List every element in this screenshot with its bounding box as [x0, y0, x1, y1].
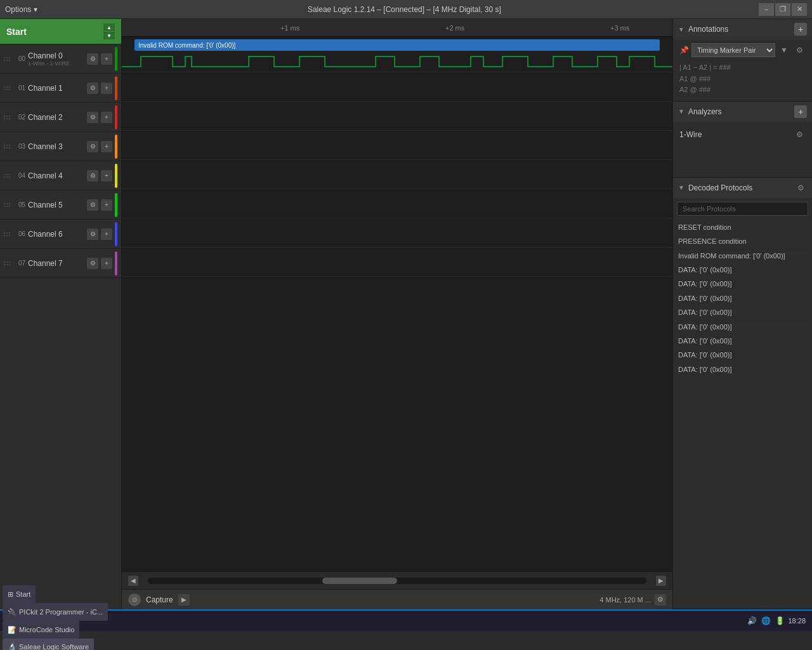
- protocol-item-5[interactable]: DATA: ['0' (0x00)]: [678, 292, 807, 306]
- protocol-item-4[interactable]: DATA: ['0' (0x00)]: [678, 277, 807, 291]
- channel-gear-0[interactable]: ⚙: [87, 53, 98, 65]
- taskbar-label-3: Saleae Logic Software: [19, 643, 89, 650]
- taskbar-right: 🔊 🌐 🔋 18:28: [746, 615, 809, 627]
- protocol-item-2[interactable]: Invalid ROM command: ['0' (0x00)]: [678, 249, 807, 263]
- scrollbar-thumb[interactable]: [322, 578, 397, 584]
- protocol-item-3[interactable]: DATA: ['0' (0x00)]: [678, 263, 807, 277]
- capture-gear-button[interactable]: ⚙: [655, 594, 666, 606]
- channel-color-0: [115, 47, 117, 71]
- channel-plus-2[interactable]: +: [101, 112, 112, 123]
- decoded-protocols-gear[interactable]: ⚙: [794, 182, 807, 194]
- start-button-row[interactable]: Start ▲ ▼: [0, 19, 121, 44]
- analyzers-collapse[interactable]: ▼: [678, 108, 684, 115]
- channel-row-4: 04Channel 4⚙+: [0, 161, 121, 190]
- taskbar-label-0: Start: [16, 590, 30, 598]
- close-button[interactable]: ✕: [792, 3, 807, 16]
- time-ruler: +1 ms +2 ms +3 ms: [122, 19, 672, 37]
- channel-plus-4[interactable]: +: [101, 170, 112, 182]
- scroll-left-button[interactable]: ◀: [128, 576, 138, 586]
- time-mark-1: +1 ms: [280, 24, 299, 32]
- protocol-item-0[interactable]: RESET condition: [678, 221, 807, 235]
- channel-num-1: 01: [14, 84, 25, 91]
- timing-marker-settings[interactable]: ⚙: [793, 44, 806, 56]
- channel-color-6: [115, 222, 117, 246]
- taskbar-items: ⊞Start🔌PICkit 2 Programmer - iC...📝Micro…: [3, 585, 108, 650]
- protocol-list: RESET conditionPRESENCE conditionInvalid…: [673, 220, 812, 609]
- channel-plus-6[interactable]: +: [101, 229, 112, 240]
- channel0-signal: [122, 54, 672, 72]
- channel-num-4: 04: [14, 172, 25, 179]
- window-controls: − ❐ ✕: [759, 3, 807, 16]
- channel-name-7: Channel 7: [28, 259, 63, 268]
- taskbar-item-3[interactable]: 🔬Saleae Logic Software: [3, 639, 94, 650]
- protocol-item-7[interactable]: DATA: ['0' (0x00)]: [678, 321, 807, 335]
- channel-color-3: [115, 135, 117, 159]
- channel-plus-5[interactable]: +: [101, 199, 112, 211]
- protocol-item-10[interactable]: DATA: ['0' (0x00)]: [678, 363, 807, 377]
- channel-plus-1[interactable]: +: [101, 83, 112, 94]
- channel-gear-5[interactable]: ⚙: [87, 199, 98, 211]
- waveform-row-7: [122, 248, 672, 277]
- bottom-scrollbar: ◀ ▶: [122, 571, 672, 589]
- taskbar-item-0[interactable]: ⊞Start: [3, 585, 36, 603]
- channel-num-3: 03: [14, 143, 25, 150]
- minimize-button[interactable]: −: [759, 3, 774, 16]
- maximize-button[interactable]: ❐: [775, 3, 790, 16]
- up-arrow-button[interactable]: ▲: [103, 23, 115, 31]
- scroll-right-button[interactable]: ▶: [656, 576, 666, 586]
- annotations-collapse[interactable]: ▼: [678, 26, 684, 33]
- start-button-arrows: ▲ ▼: [103, 23, 115, 39]
- left-panel: Start ▲ ▼ 00Channel 01-Wire - 1-WIRE⚙+01…: [0, 19, 122, 609]
- channel-plus-7[interactable]: +: [101, 258, 112, 269]
- waveform-row-6: [122, 218, 672, 248]
- scrollbar-track[interactable]: [148, 578, 646, 584]
- channel-sub-0: 1-Wire - 1-WIRE: [28, 60, 84, 67]
- waveform-row-0: Invalid ROM command: ['0' (0x00)]: [122, 37, 672, 72]
- main-container: Start ▲ ▼ 00Channel 01-Wire - 1-WIRE⚙+01…: [0, 19, 812, 609]
- options-menu[interactable]: Options ▾: [5, 5, 37, 14]
- channel-gear-1[interactable]: ⚙: [87, 83, 98, 94]
- taskbar-label-2: MicroCode Studio: [19, 626, 74, 633]
- search-protocols-input[interactable]: [677, 202, 808, 216]
- decoded-protocols-collapse[interactable]: ▼: [678, 184, 684, 191]
- channel-gear-2[interactable]: ⚙: [87, 112, 98, 123]
- channel-gear-3[interactable]: ⚙: [87, 141, 98, 152]
- annotations-add-button[interactable]: +: [794, 23, 807, 36]
- timing-marker-gear[interactable]: ▼: [778, 44, 790, 56]
- time-mark-3: +3 ms: [610, 24, 629, 32]
- taskbar: ⊞Start🔌PICkit 2 Programmer - iC...📝Micro…: [0, 609, 812, 631]
- channel-gear-7[interactable]: ⚙: [87, 258, 98, 269]
- channel-color-1: [115, 76, 117, 100]
- timing-marker-select[interactable]: Timing Marker Pair: [691, 43, 775, 57]
- annotations-header: ▼ Annotations +: [673, 19, 812, 39]
- battery-icon: 🔋: [774, 615, 785, 627]
- channel-gear-6[interactable]: ⚙: [87, 229, 98, 240]
- taskbar-item-1[interactable]: 🔌PICkit 2 Programmer - iC...: [3, 603, 108, 621]
- capture-expand-button[interactable]: ▶: [178, 594, 190, 606]
- capture-label: Capture: [146, 595, 173, 604]
- channel-gear-4[interactable]: ⚙: [87, 170, 98, 182]
- protocol-item-6[interactable]: DATA: ['0' (0x00)]: [678, 306, 807, 320]
- channel-plus-3[interactable]: +: [101, 141, 112, 152]
- protocol-item-8[interactable]: DATA: ['0' (0x00)]: [678, 335, 807, 348]
- channel-num-5: 05: [14, 201, 25, 208]
- protocol-item-9[interactable]: DATA: ['0' (0x00)]: [678, 348, 807, 362]
- start-button-label: Start: [6, 27, 27, 37]
- channel-name-0: Channel 0: [28, 51, 63, 60]
- protocol-item-1[interactable]: PRESENCE condition: [678, 235, 807, 249]
- channel-row-0: 00Channel 01-Wire - 1-WIRE⚙+: [0, 44, 121, 74]
- channel-list: 00Channel 01-Wire - 1-WIRE⚙+01Channel 1⚙…: [0, 44, 121, 278]
- time-mark-2: +2 ms: [445, 24, 464, 32]
- system-clock: 18:28: [788, 617, 806, 625]
- network-icon: 🌐: [760, 615, 771, 627]
- channel-row-3: 03Channel 3⚙+: [0, 132, 121, 161]
- marker-a1-at: A1 @ ###: [679, 74, 806, 85]
- analyzers-add-button[interactable]: +: [794, 105, 807, 118]
- channel-name-3: Channel 3: [28, 142, 63, 151]
- marker-pin-icon: 📌: [679, 46, 689, 55]
- taskbar-item-2[interactable]: 📝MicroCode Studio: [3, 621, 79, 639]
- down-arrow-button[interactable]: ▼: [103, 32, 115, 39]
- analyzer-1wire-gear[interactable]: ⚙: [793, 128, 806, 141]
- channel-plus-0[interactable]: +: [101, 53, 112, 65]
- waveform-row-4: [122, 160, 672, 189]
